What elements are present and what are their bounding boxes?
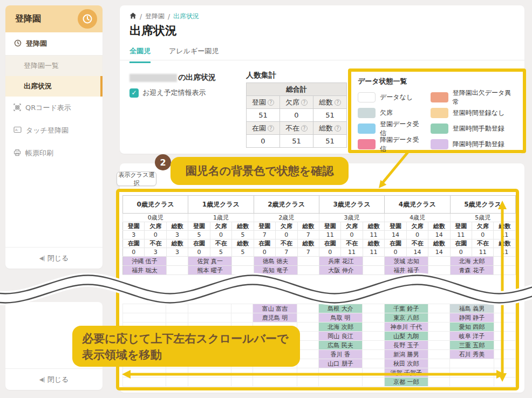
- empty-cell: [297, 322, 318, 332]
- student-name-cell: 香川 香: [318, 350, 362, 359]
- empty-cell: [428, 257, 450, 266]
- student-name-cell: 青森 花子: [450, 266, 494, 275]
- empty-cell: [363, 341, 384, 350]
- student-name-cell: 北海 太郎: [450, 257, 494, 266]
- student-name-cell: 茨城 志知: [385, 257, 428, 266]
- empty-cell: [494, 257, 516, 266]
- stat-label-cell: 総数: [232, 222, 254, 231]
- empty-cell: [123, 368, 166, 378]
- stat-label-cell: 登園: [450, 222, 472, 231]
- stat-label-cell: 欠席: [341, 222, 363, 231]
- tab-allergy-children[interactable]: アレルギー園児: [169, 46, 219, 63]
- sidebar-item-shusseki-joukyou[interactable]: 出席状況: [5, 76, 103, 97]
- empty-cell: [318, 378, 362, 387]
- stat-value-cell: 7: [297, 231, 319, 239]
- stat-value-cell: 7: [276, 248, 297, 257]
- student-name-cell: 山口 朋子: [318, 359, 362, 368]
- stat-value-cell: 11: [450, 231, 472, 239]
- student-name-cell: 佐賀 真一: [188, 257, 232, 266]
- stat-label-cell: 総数: [297, 222, 319, 231]
- stat-label-cell: 総数: [428, 239, 450, 248]
- legend-item: 登園時間手動登録: [431, 121, 516, 136]
- class-header-cell: 3歳児クラス: [319, 196, 384, 214]
- legend-swatch: [431, 108, 448, 118]
- legend-label: 登降園出欠データ異常: [453, 88, 516, 107]
- stat-label-cell: 登園: [188, 222, 210, 231]
- sidebar-close-button-2[interactable]: ◀| 閉じる: [5, 368, 103, 390]
- empty-cell: [231, 313, 253, 322]
- stat-label-cell: 総数: [428, 222, 450, 231]
- svg-text:A:: A:: [15, 128, 18, 132]
- stat-value-cell: 0: [254, 248, 275, 257]
- student-name-cell: 北海 次郎: [318, 322, 362, 332]
- legend-swatch: [358, 92, 376, 102]
- stat-value-cell: 14: [406, 248, 428, 257]
- empty-cell: [231, 378, 253, 387]
- sidebar-close-button[interactable]: ◀| 閉じる: [5, 247, 103, 269]
- data-status-legend: データ状態一覧 データなし欠席登園データ受信降園データ受信登降園出欠データ異常登…: [348, 68, 526, 153]
- sidebar-item-label: 登降園: [26, 39, 47, 49]
- empty-cell: [231, 368, 253, 378]
- stat-label-cell: 在園: [123, 239, 145, 248]
- class-header-cell: 5歳児クラス: [450, 196, 515, 214]
- empty-cell: [166, 378, 188, 387]
- help-icon[interactable]: ?: [301, 125, 308, 132]
- empty-cell: [297, 257, 319, 266]
- page-title: 出席状況: [129, 23, 177, 39]
- annotation-background-color: 園児名の背景色で状態を確認: [170, 157, 349, 185]
- student-name-cell: 秋田 次郎: [384, 359, 428, 368]
- headcount-summary-table: 総合計登園?欠席?総数?51051在園?不在?総数?05151: [246, 83, 347, 148]
- empty-cell: [494, 332, 515, 341]
- breadcrumb-toukouen[interactable]: 登降園: [145, 12, 165, 21]
- sidebar-item-touch[interactable]: A: タッチ登降園: [5, 119, 103, 142]
- summary-value-cell: 0: [280, 109, 313, 122]
- help-icon[interactable]: ?: [268, 99, 274, 106]
- sidebar-item-label: タッチ登降園: [26, 126, 69, 135]
- sidebar-item-qr-code[interactable]: QRコード表示: [5, 97, 103, 119]
- stat-value-cell: 7: [254, 231, 275, 239]
- empty-cell: [188, 368, 231, 378]
- tab-all-children[interactable]: 全園児: [129, 46, 151, 63]
- sidebar-item-print[interactable]: 帳票印刷: [5, 142, 103, 164]
- empty-cell: [166, 257, 188, 266]
- empty-cell: [188, 313, 231, 322]
- empty-cell: [188, 304, 231, 313]
- stat-label-cell: 不在: [472, 239, 494, 248]
- sidebar-item-toukouen-ichiran[interactable]: 登降園一覧: [5, 56, 103, 76]
- empty-cell: [428, 368, 450, 378]
- class-select-button[interactable]: 表示クラス選択: [117, 171, 156, 186]
- legend-label: 登園時間手動登録: [453, 124, 504, 133]
- help-icon[interactable]: ?: [335, 99, 341, 106]
- help-icon[interactable]: ?: [335, 125, 341, 132]
- attendance-table-upper: 0歳児クラス1歳児クラス2歳児クラス3歳児クラス4歳児クラス5歳児クラス0歳児1…: [122, 195, 516, 275]
- empty-cell: [494, 266, 516, 275]
- stat-label-cell: 欠席: [276, 222, 297, 231]
- stat-value-cell: 5: [210, 248, 231, 257]
- summary-label-cell: 総数?: [313, 96, 347, 109]
- empty-cell: [450, 378, 494, 387]
- student-name-cell: 岐阜 洋子: [450, 332, 494, 341]
- sidebar-item-toukouen[interactable]: 登降園: [5, 32, 103, 56]
- summary-label-cell: 総数?: [313, 122, 347, 135]
- touch-icon: A:: [13, 126, 22, 135]
- stat-label-cell: 在園: [450, 239, 472, 248]
- help-icon[interactable]: ?: [301, 99, 308, 106]
- help-icon[interactable]: ?: [268, 125, 274, 132]
- age-label-cell: 0歳児: [123, 214, 188, 222]
- stat-label-cell: 在園: [319, 239, 340, 248]
- empty-cell: [363, 359, 384, 368]
- empty-cell: [318, 368, 362, 378]
- empty-cell: [297, 378, 318, 387]
- clock-badge-icon: [78, 9, 97, 29]
- empty-cell: [363, 332, 384, 341]
- redacted-facility-name: [129, 74, 177, 82]
- stat-value-cell: 7: [297, 248, 319, 257]
- qr-icon: [13, 104, 21, 113]
- stat-value-cell: 0: [210, 231, 231, 239]
- stat-label-cell: 欠席: [406, 222, 428, 231]
- pickup-info-checkbox[interactable]: ✓: [129, 88, 139, 98]
- student-name-cell: 滋賀 千賀子: [384, 368, 428, 378]
- stat-value-cell: 0: [145, 231, 166, 239]
- summary-value-cell: 51: [247, 109, 280, 122]
- home-icon[interactable]: [129, 12, 137, 20]
